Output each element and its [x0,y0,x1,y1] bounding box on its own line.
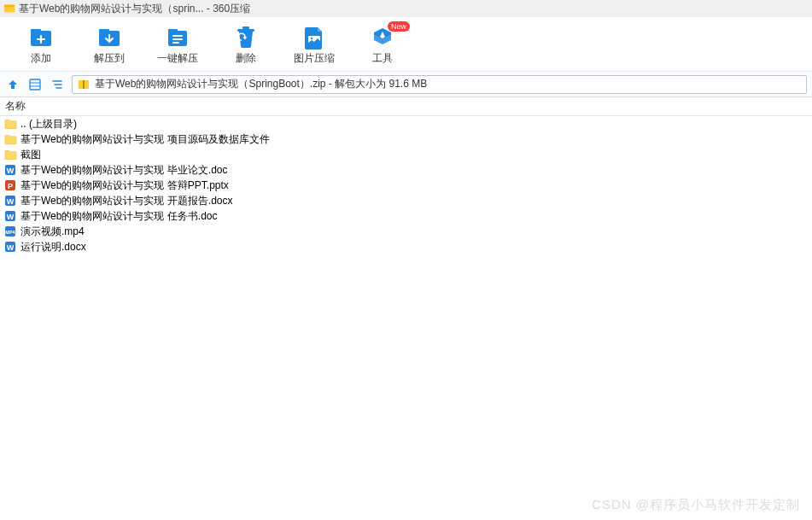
tools-button[interactable]: New 工具 [348,21,417,71]
file-listing: 名称 .. (上级目录)基于Web的购物网站设计与实现 项目源码及数据库文件截图… [0,97,812,254]
add-icon [28,26,54,50]
image-compress-button[interactable]: 图片压缩 [280,21,348,71]
svg-text:W: W [7,243,15,252]
svg-rect-9 [242,26,249,29]
path-bar: 基于Web的购物网站设计与实现（SpringBoot）.zip - 解包大小为 … [0,72,812,97]
app-icon [3,3,15,15]
doc-icon: W [3,163,17,177]
one-click-icon [165,26,190,50]
file-name: .. (上级目录) [20,117,77,131]
up-arrow-icon[interactable] [5,77,20,92]
one-click-extract-button[interactable]: 一键解压 [143,21,212,71]
file-name: 演示视频.mp4 [20,225,85,239]
image-compress-icon [301,26,327,50]
file-row[interactable]: 截图 [0,147,812,162]
file-row[interactable]: W基于Web的购物网站设计与实现 毕业论文.doc [0,162,812,178]
svg-rect-7 [168,29,178,33]
doc-icon: W [3,194,17,207]
file-name: 基于Web的购物网站设计与实现 开题报告.docx [20,194,232,208]
new-badge: New [388,21,410,32]
path-text: 基于Web的购物网站设计与实现（SpringBoot）.zip - 解包大小为 … [95,77,427,91]
svg-text:W: W [7,197,15,206]
file-row[interactable]: P基于Web的购物网站设计与实现 答辩PPT.pptx [0,178,812,193]
toolbar: 添加 解压到 一键解压 删除 图片压缩 New 工具 [0,17,812,72]
svg-rect-14 [83,80,85,89]
title-bar: 基于Web的购物网站设计与实现（sprin... - 360压缩 [0,0,812,17]
window-title: 基于Web的购物网站设计与实现（sprin... - 360压缩 [19,2,250,16]
file-row[interactable]: W运行说明.docx [0,239,812,254]
view-tree-icon[interactable] [50,77,65,92]
archive-icon [78,79,90,91]
file-name: 截图 [20,148,41,162]
file-name: 基于Web的购物网站设计与实现 答辩PPT.pptx [20,178,229,193]
svg-rect-5 [99,29,109,33]
file-row[interactable]: .. (上级目录) [0,116,812,131]
delete-icon [233,26,259,50]
file-name: 基于Web的购物网站设计与实现 毕业论文.doc [20,163,227,178]
add-button[interactable]: 添加 [7,21,75,71]
file-name: 基于Web的购物网站设计与实现 任务书.doc [20,209,217,224]
svg-rect-8 [237,29,254,32]
extract-icon [96,26,122,50]
folder-icon [3,117,17,131]
delete-button[interactable]: 删除 [212,21,280,71]
file-row[interactable]: MP4演示视频.mp4 [0,224,812,239]
image-compress-label: 图片压缩 [294,51,335,66]
svg-rect-1 [4,5,15,8]
doc-icon: W [3,240,17,254]
doc-icon: W [3,209,17,223]
column-name: 名称 [5,99,26,114]
file-row[interactable]: W基于Web的购物网站设计与实现 开题报告.docx [0,193,812,208]
one-click-label: 一键解压 [157,51,198,66]
column-header[interactable]: 名称 [0,97,812,116]
watermark: CSDN @程序员小马软件开发定制 [592,497,800,513]
svg-rect-12 [30,79,40,90]
svg-text:W: W [7,167,15,175]
extract-button[interactable]: 解压到 [75,21,143,71]
file-row[interactable]: 基于Web的购物网站设计与实现 项目源码及数据库文件 [0,131,812,147]
file-row[interactable]: W基于Web的购物网站设计与实现 任务书.doc [0,208,812,224]
mp4-icon: MP4 [3,225,17,238]
view-list-icon[interactable] [27,77,43,92]
extract-label: 解压到 [94,51,125,66]
svg-point-11 [311,38,313,39]
svg-text:P: P [8,182,13,190]
path-box[interactable]: 基于Web的购物网站设计与实现（SpringBoot）.zip - 解包大小为 … [72,75,807,94]
ppt-icon: P [3,178,17,192]
folder-icon [3,148,17,161]
svg-text:MP4: MP4 [5,230,15,235]
file-name: 基于Web的购物网站设计与实现 项目源码及数据库文件 [20,132,270,147]
add-label: 添加 [31,51,51,66]
file-name: 运行说明.docx [20,240,86,254]
svg-rect-3 [31,29,41,33]
svg-text:W: W [7,213,15,221]
tools-label: 工具 [372,51,393,66]
folder-icon [3,132,17,146]
delete-label: 删除 [236,51,256,66]
